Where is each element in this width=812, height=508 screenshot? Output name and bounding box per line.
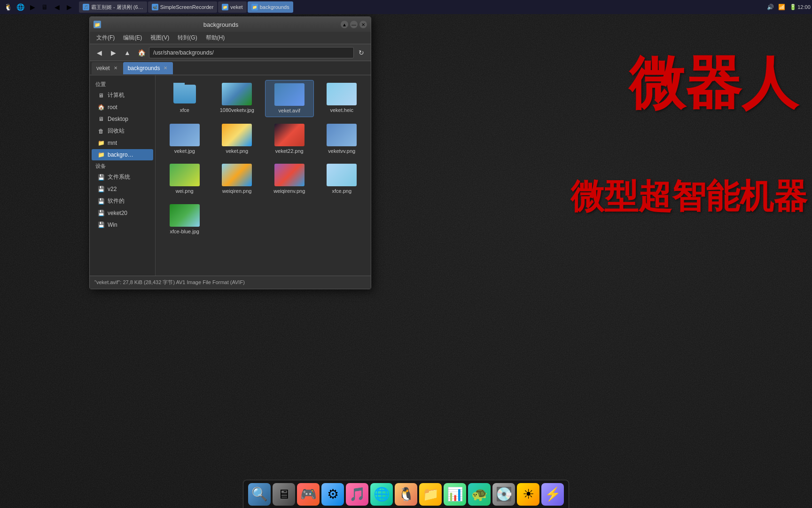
file-thumbnail-xfce-png [327,164,357,186]
file-item-xfce-png[interactable]: xfce.png [318,161,367,197]
file-item-veket-jpg[interactable]: veket.jpg [160,121,209,157]
sidebar-item-computer[interactable]: 🖥 计算机 [92,89,153,101]
sidebar-item-software[interactable]: 💾 软件的 [92,195,153,207]
file-name-veket-heic: veket.heic [330,107,353,113]
trash-icon: 🗑 [97,127,105,135]
file-thumbnail-weiqirenv [274,164,304,186]
sidebar-item-filesystem[interactable]: 💾 文件系统 [92,171,153,183]
dock-icon-monitor[interactable]: 🖥 [273,483,295,506]
system-tray: 🔊 📶 🔋 12:00 [766,3,812,11]
app-task-backgrounds[interactable]: 📁 backgrounds [248,1,293,13]
back-button[interactable]: ◀ [93,46,106,59]
file-item-1080[interactable]: 1080veketv.jpg [213,80,262,117]
backgrounds-icon: 📁 [251,4,258,10]
desktop-text-sub: 微型超智能机器 [570,174,807,219]
sidebar-item-v22[interactable]: 💾 v22 [92,183,153,195]
dock-icon-penguin[interactable]: 🐧 [395,483,417,506]
file-grid: xfce 1080veketv.jpg veket.avif veket.hei… [156,75,371,276]
file-thumbnail-1080 [222,83,252,105]
close-button[interactable]: ✕ [359,21,367,28]
file-item-xfce-folder[interactable]: xfce [160,80,209,117]
taskbar-bottom: 🔍 🖥 🎮 ⚙ 🎵 🌐 🐧 📁 📊 🐢 💽 ☀ ⚡ [243,480,569,508]
start-icon[interactable]: 🐧 [3,2,13,12]
clock: 12:00 [800,3,808,11]
file-item-xfce-blue[interactable]: xfce-blue.jpg [160,201,209,238]
address-bar[interactable]: /usr/share/backgrounds/ [149,47,354,58]
app-task-veket[interactable]: 📁 veket [218,1,246,13]
file-name-weiqiren: weiqiren.png [222,188,251,194]
tab-backgrounds-close[interactable]: ✕ [163,65,168,71]
sidebar-win-label: Win [108,222,117,228]
dock-icon-game[interactable]: 🎮 [297,483,320,506]
tray-icon-1[interactable]: 🔊 [766,3,774,11]
minimize-button[interactable]: — [350,21,358,28]
app-icon-2[interactable]: ▶ [27,2,38,12]
file-item-veket-avif[interactable]: veket.avif [265,80,314,117]
veket-icon: 📁 [222,4,228,10]
tray-icon-3[interactable]: 🔋 [789,3,797,11]
menu-edit[interactable]: 编辑(E) [119,33,146,43]
file-name-veket22: veket22.png [275,148,304,154]
dock-icon-settings[interactable]: ⚙ [321,483,344,506]
dock-icon-drive[interactable]: 💽 [492,483,515,506]
desktop-icon: 🖥 [97,115,105,123]
sidebar-filesystem-label: 文件系统 [108,173,130,181]
backgrounds-folder-icon: 📁 [97,151,105,159]
file-item-wei[interactable]: wei.png [160,161,209,197]
file-item-veket-heic[interactable]: veket.heic [318,80,367,117]
dock-icon-ball[interactable]: 🎵 [346,483,368,506]
dock-icon-system[interactable]: ⚡ [541,483,564,506]
menu-view[interactable]: 视图(V) [147,33,173,43]
file-item-veket-png[interactable]: veket.png [213,121,262,157]
dock-icon-network[interactable]: 🌐 [370,483,393,506]
menu-help[interactable]: 帮助(H) [202,33,229,43]
sidebar-mnt-label: mnt [108,140,117,146]
file-item-veket22[interactable]: veket22.png [265,121,314,157]
menu-bar: 文件(F) 编辑(E) 视图(V) 转到(G) 帮助(H) [90,32,371,44]
nav-btn-2[interactable]: ▶ [64,2,74,12]
sidebar-item-veket20[interactable]: 💾 veket20 [92,207,153,219]
toolbar: ◀ ▶ ▲ 🏠 /usr/share/backgrounds/ ↻ [90,44,371,61]
app-task-recorder[interactable]: 📹 SimpleScreenRecorder [148,1,218,13]
sidebar-v22-label: v22 [108,186,117,192]
file-thumbnail-veket-heic [327,83,357,105]
maximize-button[interactable]: ▲ [341,21,348,28]
tab-veket[interactable]: veket ✕ [92,62,123,74]
home-button[interactable]: 🏠 [135,46,148,59]
dock-icon-finder[interactable]: 🔍 [248,483,271,506]
file-item-weiqiren[interactable]: weiqiren.png [213,161,262,197]
main-content: 位置 🖥 计算机 🏠 root 🖥 Desktop 🗑 回收站 📁 mnt [90,75,371,276]
nav-btn[interactable]: ◀ [52,2,62,12]
file-item-veketvv[interactable]: veketvv.png [318,121,367,157]
tab-backgrounds[interactable]: backgrounds ✕ [123,62,173,74]
sidebar-computer-label: 计算机 [108,91,125,99]
file-item-weiqirenv[interactable]: weiqirenv.png [265,161,314,197]
dock-icon-chart[interactable]: 📊 [444,483,466,506]
menu-go[interactable]: 转到(G) [174,33,201,43]
taskbar-apps: 🎵 霸王别姬 - 屠洪刚 (6… 📹 SimpleScreenRecorder … [79,1,293,13]
file-thumbnail-veket22 [274,124,304,146]
menu-file[interactable]: 文件(F) [93,33,118,43]
dock-icon-turtle[interactable]: 🐢 [468,483,491,506]
up-button[interactable]: ▲ [121,46,134,59]
sidebar-item-backgrounds[interactable]: 📁 backgro… [92,149,153,160]
file-name-1080: 1080veketv.jpg [220,107,254,113]
dock-icon-brightness[interactable]: ☀ [517,483,539,506]
file-name-xfce-png: xfce.png [332,188,351,194]
title-bar: 📁 backgrounds ▲ — ✕ [90,17,371,32]
sidebar-item-trash[interactable]: 🗑 回收站 [92,125,153,137]
sidebar-item-root[interactable]: 🏠 root [92,102,153,113]
dock-icon-files[interactable]: 📁 [419,483,442,506]
app-task-backgrounds-label: backgrounds [260,4,289,10]
refresh-button[interactable]: ↻ [355,46,368,59]
sidebar-item-win[interactable]: 💾 Win [92,219,153,230]
app-icon-1[interactable]: 🌐 [15,2,25,12]
app-icon-3[interactable]: 🖥 [39,2,50,12]
file-name-xfce-folder: xfce [180,107,189,113]
sidebar-item-desktop[interactable]: 🖥 Desktop [92,113,153,125]
app-task-music[interactable]: 🎵 霸王别姬 - 屠洪刚 (6… [79,1,147,13]
tray-icon-2[interactable]: 📶 [777,3,786,11]
sidebar-item-mnt[interactable]: 📁 mnt [92,137,153,149]
forward-button[interactable]: ▶ [107,46,120,59]
tab-veket-close[interactable]: ✕ [113,65,118,71]
